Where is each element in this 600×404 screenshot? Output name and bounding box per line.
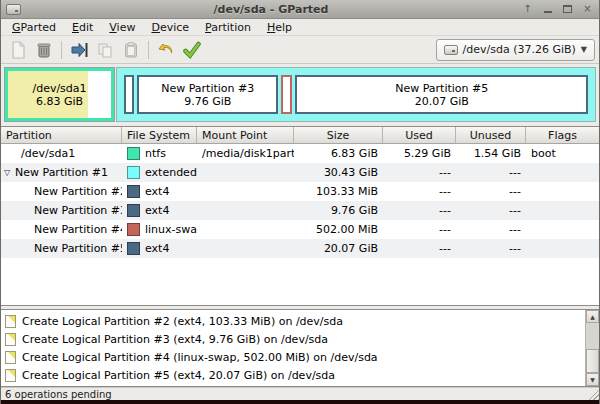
title-bar[interactable]: /dev/sda - GParted ↑ × (1, 0, 599, 19)
column-header-size[interactable]: Size (294, 127, 383, 143)
apply-check-icon (182, 41, 202, 59)
operation-text: Create Logical Partition #4 (linux-swap,… (22, 351, 378, 364)
column-header-filesystem[interactable]: File System (122, 127, 197, 143)
table-row-sda1[interactable]: /dev/sda1 ntfs /media/disk1part1 6.83 Gi… (1, 144, 599, 163)
visual-partition-2[interactable] (124, 75, 134, 114)
visual-extended-partition[interactable]: New Partition #3 9.76 GiB New Partition … (117, 68, 595, 121)
filesystem-cell: linux-swap (122, 223, 197, 236)
table-row-partition5[interactable]: New Partition #5 ext4 20.07 GiB --- --- (1, 239, 599, 258)
table-row-partition4[interactable]: New Partition #4 linux-swap 502.00 MiB -… (1, 220, 599, 239)
menu-edit[interactable]: Edit (64, 20, 101, 35)
partition-table: Partition File System Mount Point Size U… (1, 126, 599, 306)
undo-button[interactable] (153, 38, 179, 62)
used-value: --- (383, 185, 456, 198)
filesystem-cell: ext4 (122, 185, 197, 198)
delete-partition-button[interactable] (31, 38, 57, 62)
size-value: 20.07 GiB (294, 242, 383, 255)
apply-button[interactable] (179, 38, 205, 62)
column-header-unused[interactable]: Unused (456, 127, 526, 143)
filesystem-label: extended (145, 166, 197, 179)
paste-icon (122, 41, 140, 59)
partition-name-cell: ▽ New Partition #1 (1, 166, 122, 179)
column-header-partition[interactable]: Partition (1, 127, 122, 143)
menu-view[interactable]: View (101, 20, 143, 35)
paste-button[interactable] (118, 38, 144, 62)
list-item[interactable]: Create Logical Partition #3 (ext4, 9.76 … (1, 330, 585, 348)
scroll-up-icon[interactable]: ▲ (586, 310, 599, 323)
column-header-mountpoint[interactable]: Mount Point (197, 127, 294, 143)
filesystem-color-swatch (127, 147, 140, 160)
device-selector[interactable]: /dev/sda (37.26 GiB) ▼ (436, 39, 595, 61)
partition-name: New Partition #4 (1, 223, 122, 236)
scrollbar-thumb[interactable] (586, 349, 599, 373)
partition-label: New Partition #3 9.76 GiB (161, 82, 254, 108)
new-partition-button[interactable] (5, 38, 31, 62)
visual-partition-3[interactable]: New Partition #3 9.76 GiB (137, 75, 278, 114)
operations-list: Create Logical Partition #2 (ext4, 103.3… (1, 310, 585, 386)
toolbar: /dev/sda (37.26 GiB) ▼ (1, 36, 599, 64)
filesystem-cell: ext4 (122, 242, 197, 255)
partition-label: /dev/sda1 6.83 GiB (32, 82, 86, 108)
size-value: 9.76 GiB (294, 204, 383, 217)
pending-operation-icon (5, 351, 16, 364)
unused-value: --- (456, 223, 526, 236)
menu-gparted[interactable]: GParted (4, 20, 64, 35)
filesystem-color-swatch (127, 223, 140, 236)
menu-help[interactable]: Help (259, 20, 300, 35)
list-item[interactable]: Create Logical Partition #4 (linux-swap,… (1, 348, 585, 366)
copy-button[interactable] (92, 38, 118, 62)
used-value: --- (383, 166, 456, 179)
partition-name: New Partition #2 (1, 185, 122, 198)
scroll-down-icon[interactable]: ▼ (586, 373, 599, 386)
list-item[interactable]: Create Logical Partition #2 (ext4, 103.3… (1, 312, 585, 330)
flags-value: boot (526, 147, 599, 160)
size-value: 103.33 MiB (294, 185, 383, 198)
gparted-window: /dev/sda - GParted ↑ × GParted Edit View… (0, 0, 600, 404)
table-row-partition2[interactable]: New Partition #2 ext4 103.33 MiB --- --- (1, 182, 599, 201)
menu-partition-label: Partition (205, 21, 251, 34)
window-title: /dev/sda - GParted (21, 3, 521, 16)
size-value: 6.83 GiB (294, 147, 383, 160)
menu-help-label: Help (267, 21, 292, 34)
expander-triangle-icon[interactable]: ▽ (1, 168, 15, 177)
list-item[interactable]: Create Logical Partition #5 (ext4, 20.07… (1, 366, 585, 384)
pending-operation-icon (5, 333, 16, 346)
column-header-used[interactable]: Used (383, 127, 456, 143)
visual-partition-sda1[interactable]: /dev/sda1 6.83 GiB (5, 68, 114, 121)
undo-arrow-icon (156, 41, 176, 59)
unused-value: --- (456, 204, 526, 217)
used-value: --- (383, 242, 456, 255)
operations-scrollbar[interactable]: ▲ ▼ (585, 310, 599, 386)
menu-view-label: View (109, 21, 135, 34)
mount-point: /media/disk1part1 (197, 147, 294, 160)
pending-operation-icon (5, 369, 16, 382)
visual-partition-5[interactable]: New Partition #5 20.07 GiB (295, 75, 588, 114)
maximize-icon[interactable] (561, 3, 574, 16)
unused-value: --- (456, 242, 526, 255)
resize-grip[interactable] (586, 387, 599, 400)
menu-edit-label: Edit (72, 21, 93, 34)
table-row-extended[interactable]: ▽ New Partition #1 extended 30.43 GiB --… (1, 163, 599, 182)
menu-device[interactable]: Device (143, 20, 197, 35)
minimize-icon[interactable] (541, 3, 554, 16)
close-icon[interactable]: × (581, 3, 594, 16)
partition-name: New Partition #5 (1, 242, 122, 255)
trash-icon (35, 41, 53, 59)
resize-move-button[interactable] (66, 38, 92, 62)
scrollbar-track[interactable] (586, 323, 599, 373)
used-value: 5.29 GiB (383, 147, 456, 160)
operation-text: Create Logical Partition #3 (ext4, 9.76 … (22, 333, 328, 346)
partition-name: New Partition #1 (15, 166, 108, 179)
filesystem-cell: extended (122, 166, 197, 179)
shade-window-icon[interactable]: ↑ (521, 3, 534, 16)
size-value: 502.00 MiB (294, 223, 383, 236)
menu-partition[interactable]: Partition (197, 20, 259, 35)
visual-partition-4[interactable] (281, 75, 292, 114)
disk-visual-bar: /dev/sda1 6.83 GiB New Partition #3 9.76… (1, 64, 599, 126)
table-row-partition3[interactable]: New Partition #3 ext4 9.76 GiB --- --- (1, 201, 599, 220)
harddrive-icon (6, 4, 21, 15)
partition-name: /dev/sda1 (1, 147, 122, 160)
filesystem-cell: ntfs (122, 147, 197, 160)
menu-bar: GParted Edit View Device Partition Help (1, 19, 599, 36)
column-header-flags[interactable]: Flags (526, 127, 599, 143)
